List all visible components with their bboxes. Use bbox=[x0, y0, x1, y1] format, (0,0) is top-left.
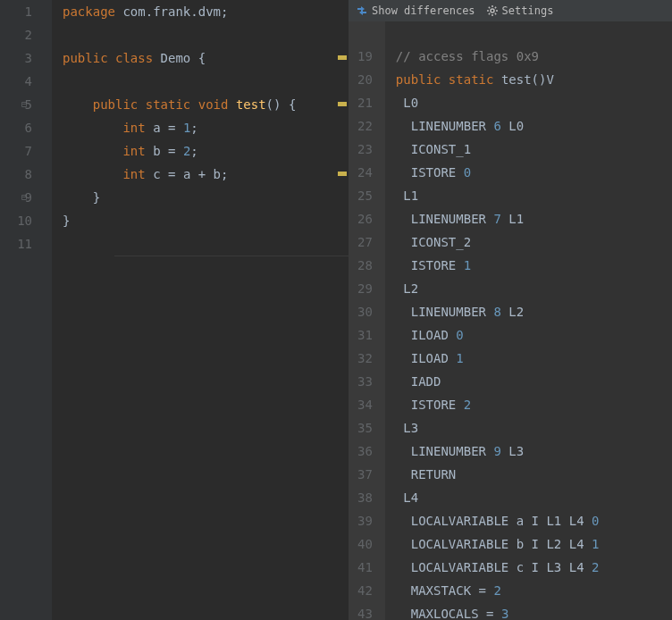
source-editor[interactable]: 12345⊟6789⊟1011 package com.frank.dvm;pu… bbox=[0, 0, 349, 620]
token-num: 2 bbox=[592, 560, 599, 574]
token-kw: int bbox=[122, 144, 153, 158]
gutter-line-number[interactable] bbox=[357, 21, 373, 45]
token-op: + bbox=[198, 167, 214, 181]
show-differences-button[interactable]: Show differences bbox=[356, 4, 475, 17]
code-line[interactable]: L4 bbox=[396, 486, 672, 509]
gutter-line-number[interactable]: 8 bbox=[9, 163, 32, 186]
code-line[interactable]: LOCALVARIABLE b I L2 L4 1 bbox=[396, 532, 672, 556]
token-ident: LINENUMBER bbox=[411, 212, 494, 226]
code-line[interactable] bbox=[63, 232, 349, 256]
code-line[interactable]: } bbox=[63, 209, 349, 232]
code-line[interactable]: LOCALVARIABLE c I L3 L4 2 bbox=[396, 556, 672, 579]
code-line[interactable]: LINENUMBER 6 L0 bbox=[396, 114, 672, 138]
gutter-line-number[interactable]: 19 bbox=[357, 45, 373, 68]
gutter-line-number[interactable]: 9⊟ bbox=[9, 186, 32, 209]
code-line[interactable]: ICONST_2 bbox=[396, 230, 672, 254]
code-line[interactable]: int b = 2; bbox=[63, 139, 349, 163]
code-line[interactable]: L0 bbox=[396, 91, 672, 114]
gutter-line-number[interactable]: 20 bbox=[357, 68, 373, 91]
fold-icon[interactable]: ⊟ bbox=[20, 193, 29, 202]
settings-button[interactable]: Settings bbox=[486, 4, 554, 17]
code-line[interactable]: L3 bbox=[396, 416, 672, 440]
token-ident: LOCALVARIABLE a I L1 L4 bbox=[411, 514, 592, 528]
gutter-line-number[interactable]: 11 bbox=[9, 232, 32, 256]
gutter-line-number[interactable]: 41 bbox=[357, 556, 373, 579]
code-line[interactable]: LINENUMBER 8 L2 bbox=[396, 300, 672, 323]
gutter-line-number[interactable]: 7 bbox=[9, 139, 32, 163]
gutter-line-number[interactable]: 24 bbox=[357, 161, 373, 184]
code-line[interactable]: RETURN bbox=[396, 463, 672, 486]
gutter-line-number[interactable]: 34 bbox=[357, 393, 373, 416]
code-line[interactable]: L1 bbox=[396, 184, 672, 207]
gutter-line-number[interactable]: 40 bbox=[357, 532, 373, 556]
gutter-line-number[interactable]: 43 bbox=[357, 602, 373, 620]
code-line[interactable]: MAXLOCALS = 3 bbox=[396, 602, 672, 620]
source-code-area[interactable]: package com.frank.dvm;public class Demo … bbox=[52, 0, 349, 620]
gutter-line-number[interactable]: 6 bbox=[9, 116, 32, 139]
code-line[interactable]: int c = a + b; bbox=[63, 163, 349, 186]
source-gutter[interactable]: 12345⊟6789⊟1011 bbox=[0, 0, 52, 620]
code-line[interactable]: LOCALVARIABLE a I L1 L4 0 bbox=[396, 509, 672, 532]
code-line[interactable]: ICONST_1 bbox=[396, 138, 672, 161]
gutter-line-number[interactable]: 5⊟ bbox=[9, 93, 32, 116]
code-line[interactable]: public static test()V bbox=[396, 68, 672, 91]
bytecode-code-area[interactable]: // access flags 0x9public static test()V… bbox=[385, 21, 672, 620]
token-ident: LINENUMBER bbox=[411, 444, 494, 458]
gutter-line-number[interactable]: 36 bbox=[357, 440, 373, 463]
code-line[interactable] bbox=[63, 23, 349, 46]
token-ident: ISTORE bbox=[411, 258, 464, 272]
token-ident: ISTORE bbox=[411, 165, 464, 180]
token-ident: c bbox=[153, 167, 168, 181]
gutter-line-number[interactable]: 1 bbox=[9, 0, 32, 23]
gutter-line-number[interactable]: 28 bbox=[357, 254, 373, 277]
token-num: 9 bbox=[493, 444, 508, 458]
code-line[interactable]: ILOAD 1 bbox=[396, 347, 672, 370]
token-kw: public static bbox=[396, 72, 501, 87]
gutter-line-number[interactable]: 10 bbox=[9, 209, 32, 232]
gutter-line-number[interactable]: 38 bbox=[357, 486, 373, 509]
gutter-line-number[interactable]: 42 bbox=[357, 579, 373, 602]
gutter-line-number[interactable]: 33 bbox=[357, 370, 373, 393]
code-line[interactable]: } bbox=[63, 186, 349, 209]
code-line[interactable]: public class Demo { bbox=[63, 46, 349, 70]
code-line[interactable]: public static void test() { bbox=[63, 93, 349, 116]
empty-editor-area[interactable] bbox=[114, 256, 349, 613]
code-line[interactable]: ISTORE 2 bbox=[396, 393, 672, 416]
code-line[interactable]: package com.frank.dvm; bbox=[63, 0, 349, 23]
code-line[interactable]: int a = 1; bbox=[63, 116, 349, 139]
gutter-line-number[interactable]: 39 bbox=[357, 509, 373, 532]
gutter-line-number[interactable]: 35 bbox=[357, 416, 373, 440]
fold-icon[interactable]: ⊟ bbox=[20, 100, 29, 109]
gutter-line-number[interactable]: 2 bbox=[9, 23, 32, 46]
code-line[interactable]: LINENUMBER 9 L3 bbox=[396, 440, 672, 463]
code-line[interactable]: IADD bbox=[396, 370, 672, 393]
code-line[interactable]: // access flags 0x9 bbox=[396, 45, 672, 68]
gutter-line-number[interactable]: 22 bbox=[357, 114, 373, 138]
code-line[interactable] bbox=[63, 70, 349, 93]
token-pkg: com.frank.dvm bbox=[122, 4, 221, 19]
gutter-line-number[interactable]: 32 bbox=[357, 347, 373, 370]
code-line[interactable]: MAXSTACK = 2 bbox=[396, 579, 672, 602]
gutter-line-number[interactable]: 27 bbox=[357, 230, 373, 254]
gutter-line-number[interactable]: 29 bbox=[357, 277, 373, 300]
code-line[interactable]: L2 bbox=[396, 277, 672, 300]
gutter-line-number[interactable]: 30 bbox=[357, 300, 373, 323]
bytecode-editor[interactable]: 1920212223242526272829303132333435363738… bbox=[349, 21, 672, 620]
token-punc: ; bbox=[190, 144, 197, 158]
token-kw: package bbox=[63, 4, 122, 19]
code-line[interactable]: LINENUMBER 7 L1 bbox=[396, 207, 672, 230]
gutter-line-number[interactable]: 3 bbox=[9, 46, 32, 70]
bytecode-gutter[interactable]: 1920212223242526272829303132333435363738… bbox=[349, 21, 385, 620]
gutter-line-number[interactable]: 25 bbox=[357, 184, 373, 207]
code-line[interactable] bbox=[396, 21, 672, 45]
token-ident: a bbox=[153, 121, 168, 135]
gutter-line-number[interactable]: 37 bbox=[357, 463, 373, 486]
gutter-line-number[interactable]: 4 bbox=[9, 70, 32, 93]
gutter-line-number[interactable]: 23 bbox=[357, 138, 373, 161]
gutter-line-number[interactable]: 21 bbox=[357, 91, 373, 114]
code-line[interactable]: ILOAD 0 bbox=[396, 323, 672, 347]
gutter-line-number[interactable]: 31 bbox=[357, 323, 373, 347]
code-line[interactable]: ISTORE 0 bbox=[396, 161, 672, 184]
gutter-line-number[interactable]: 26 bbox=[357, 207, 373, 230]
code-line[interactable]: ISTORE 1 bbox=[396, 254, 672, 277]
